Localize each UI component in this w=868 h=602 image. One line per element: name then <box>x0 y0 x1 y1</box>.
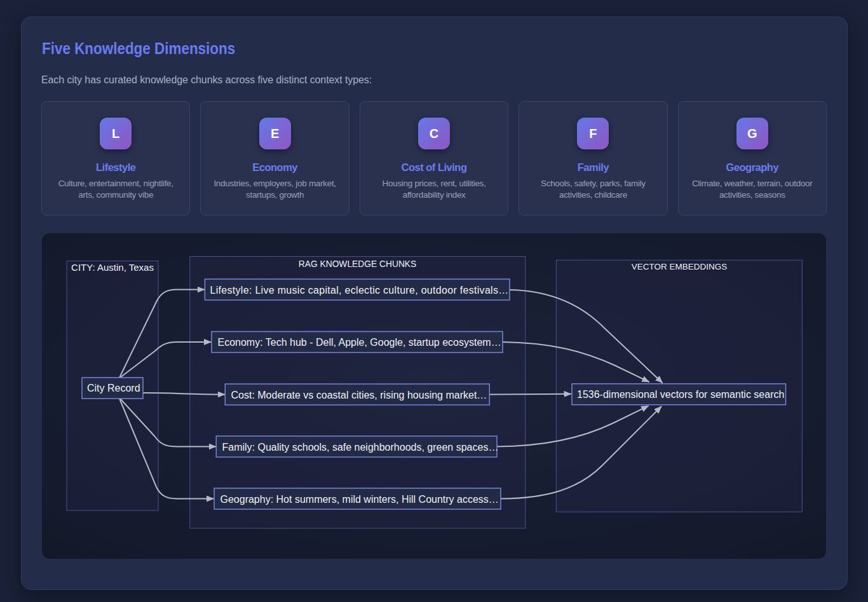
svg-text:Cost: Moderate vs coastal citi: Cost: Moderate vs coastal cities, rising… <box>231 390 487 400</box>
svg-text:CITY: Austin, Texas: CITY: Austin, Texas <box>71 262 154 273</box>
svg-text:1536-dimensional vectors for s: 1536-dimensional vectors for semantic se… <box>577 389 784 400</box>
svg-text:RAG KNOWLEDGE CHUNKS: RAG KNOWLEDGE CHUNKS <box>299 259 417 269</box>
svg-text:City Record: City Record <box>87 383 140 393</box>
svg-text:VECTOR EMBEDDINGS: VECTOR EMBEDDINGS <box>632 262 728 271</box>
svg-text:Family: Quality schools, safe: Family: Quality schools, safe neighborho… <box>222 442 499 453</box>
svg-text:Lifestyle: Live music capital,: Lifestyle: Live music capital, eclectic … <box>210 285 509 296</box>
svg-text:Geography: Hot summers, mild w: Geography: Hot summers, mild winters, Hi… <box>220 494 499 505</box>
svg-text:Economy: Tech hub - Dell, Appl: Economy: Tech hub - Dell, Apple, Google,… <box>218 337 501 348</box>
